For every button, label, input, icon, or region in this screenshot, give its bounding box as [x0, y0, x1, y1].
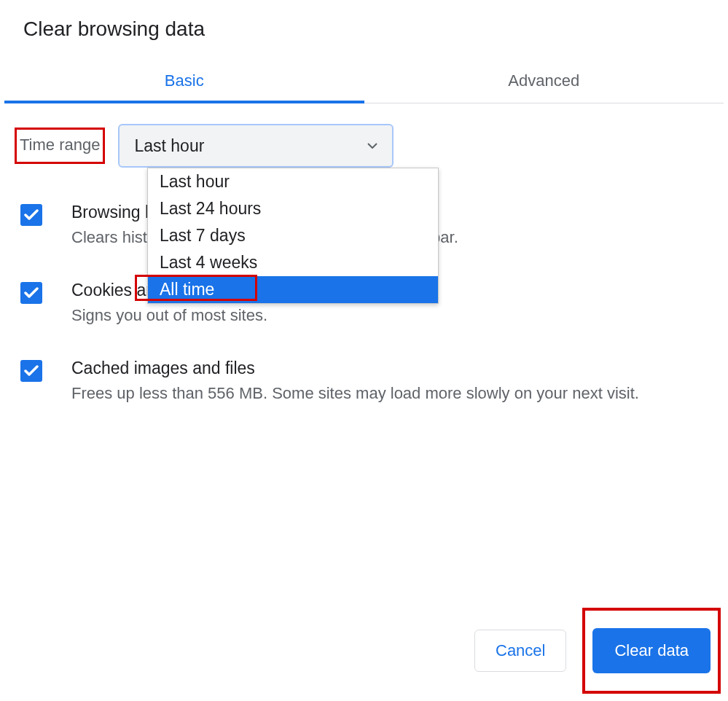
- cancel-button[interactable]: Cancel: [474, 630, 566, 672]
- content-area: Time range Last hour Last hour Last 24 h…: [0, 103, 728, 428]
- dropdown-option-last-24-hours[interactable]: Last 24 hours: [148, 195, 438, 222]
- checkmark-icon: [24, 287, 39, 299]
- time-range-dropdown: Last hour Last 24 hours Last 7 days Last…: [147, 168, 439, 304]
- tab-basic[interactable]: Basic: [4, 61, 364, 103]
- dropdown-option-last-hour[interactable]: Last hour: [148, 168, 438, 195]
- dialog-title: Clear browsing data: [0, 0, 728, 61]
- time-range-select[interactable]: Last hour: [118, 124, 394, 168]
- time-range-selected-value: Last hour: [134, 136, 204, 156]
- clear-data-button[interactable]: Clear data: [592, 628, 711, 673]
- dropdown-option-all-time-label: All time: [160, 280, 214, 299]
- tab-advanced[interactable]: Advanced: [364, 61, 724, 103]
- option-desc-cached: Frees up less than 556 MB. Some sites ma…: [71, 381, 708, 406]
- option-text-cached: Cached images and files Frees up less th…: [71, 359, 708, 406]
- time-range-label-highlight: Time range: [15, 128, 105, 164]
- clear-browsing-data-dialog: Clear browsing data Basic Advanced Time …: [0, 0, 728, 701]
- tabs: Basic Advanced: [4, 61, 724, 103]
- time-range-label: Time range: [20, 136, 100, 154]
- chevron-down-icon: [367, 143, 377, 149]
- dropdown-option-last-7-days[interactable]: Last 7 days: [148, 222, 438, 249]
- checkbox-cached[interactable]: [20, 360, 42, 382]
- option-desc-cookies: Signs you out of most sites.: [71, 303, 708, 328]
- checkmark-icon: [24, 365, 39, 377]
- checkbox-browsing-history[interactable]: [20, 204, 42, 226]
- clear-data-highlight: Clear data: [582, 608, 721, 694]
- checkbox-cookies[interactable]: [20, 282, 42, 304]
- dropdown-option-all-time[interactable]: All time: [148, 276, 438, 303]
- dialog-footer: Cancel Clear data: [474, 608, 721, 694]
- option-cached: Cached images and files Frees up less th…: [15, 350, 713, 428]
- option-title-cached: Cached images and files: [71, 359, 708, 378]
- time-range-row: Time range Last hour Last hour Last 24 h…: [15, 124, 713, 168]
- dropdown-option-last-4-weeks[interactable]: Last 4 weeks: [148, 249, 438, 276]
- checkmark-icon: [24, 209, 39, 221]
